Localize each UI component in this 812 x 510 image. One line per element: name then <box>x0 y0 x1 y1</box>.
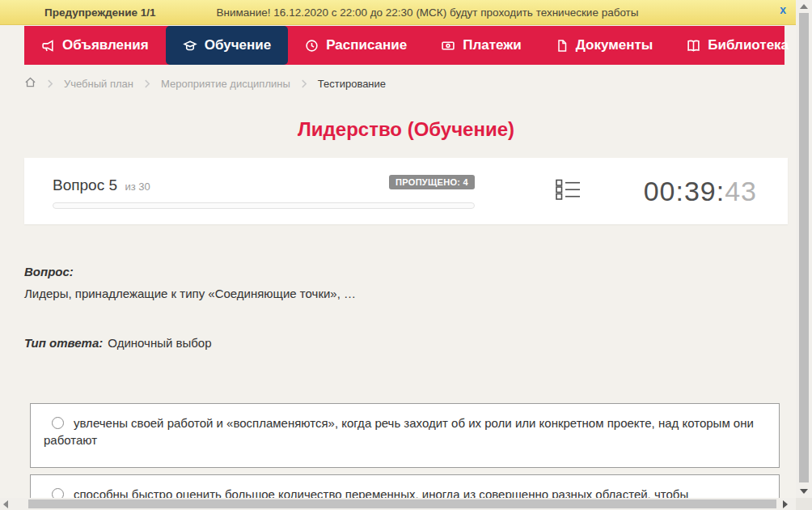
timer-seconds: 43 <box>725 176 757 206</box>
warning-banner: Предупреждение 1/1 Внимание! 16.12.2020 … <box>0 0 796 25</box>
scroll-left-icon[interactable] <box>3 500 8 508</box>
nav-item-label: Объявления <box>62 37 149 53</box>
scroll-up-icon[interactable] <box>800 4 808 9</box>
question-label: Вопрос: <box>24 265 788 278</box>
breadcrumb-separator-icon <box>47 79 53 88</box>
document-icon <box>556 39 569 53</box>
answer-option-1[interactable]: увлечены своей работой и «воспламеняются… <box>30 403 780 468</box>
banner-close-button[interactable]: x <box>780 3 786 16</box>
nav-item-label: Документы <box>576 37 653 53</box>
question-list-icon[interactable] <box>556 179 581 204</box>
question-number-label: Вопрос 5 <box>53 176 117 193</box>
main-nav: Объявления Обучение Расписание Платежи Д… <box>24 26 785 65</box>
scroll-down-icon[interactable] <box>800 489 808 494</box>
question-body: Вопрос: Лидеры, принадлежащие к типу «Со… <box>24 265 788 350</box>
horizontal-scrollbar[interactable] <box>0 498 796 510</box>
answer-type-label: Тип ответа: <box>24 336 103 350</box>
nav-item-documents[interactable]: Документы <box>539 26 670 65</box>
breadcrumb-separator-icon <box>144 79 150 88</box>
vertical-scrollbar-thumb[interactable] <box>799 13 809 482</box>
nav-item-payments[interactable]: Платежи <box>424 26 539 65</box>
home-icon[interactable] <box>24 76 36 91</box>
breadcrumb-item-curriculum[interactable]: Учебный план <box>64 78 133 90</box>
option-text: увлечены своей работой и «воспламеняются… <box>44 416 754 447</box>
nav-item-schedule[interactable]: Расписание <box>288 26 424 65</box>
page-title: Лидерство (Обучение) <box>0 118 812 141</box>
question-text: Лидеры, принадлежащие к типу «Соединяющи… <box>24 287 788 300</box>
book-icon <box>687 39 700 53</box>
answer-options: увлечены своей работой и «воспламеняются… <box>30 403 780 510</box>
timer-main: 00:39: <box>644 176 725 206</box>
breadcrumb: Учебный план Мероприятие дисциплины Тест… <box>24 76 788 91</box>
breadcrumb-separator-icon <box>301 79 307 88</box>
nav-item-label: Расписание <box>326 37 407 53</box>
nav-item-label: Библиотека <box>708 37 789 53</box>
scrollbar-corner <box>796 498 812 510</box>
nav-item-label: Платежи <box>463 37 522 53</box>
radio-button[interactable] <box>52 417 64 429</box>
timer: 00:39:43 <box>644 176 757 207</box>
nav-item-library[interactable]: Библиотека <box>670 26 812 65</box>
question-progress-bar <box>53 202 475 209</box>
scroll-right-icon[interactable] <box>783 500 788 508</box>
breadcrumb-item-testing: Тестирование <box>318 78 386 90</box>
answer-type-value: Одиночный выбор <box>108 336 211 350</box>
graduation-cap-icon <box>183 39 197 53</box>
nav-item-announcements[interactable]: Объявления <box>24 26 166 65</box>
warning-count-label: Предупреждение 1/1 <box>44 6 156 19</box>
question-total-label: из 30 <box>125 181 150 193</box>
megaphone-icon <box>41 39 55 53</box>
skipped-badge: ПРОПУЩЕНО: 4 <box>389 175 475 189</box>
nav-item-learning[interactable]: Обучение <box>166 26 288 65</box>
question-progress-block: Вопрос 5 из 30 ПРОПУЩЕНО: 4 <box>53 173 475 209</box>
banknote-icon <box>441 39 455 53</box>
horizontal-scrollbar-thumb[interactable] <box>28 499 776 508</box>
warning-message: Внимание! 16.12.2020 с 22:00 до 22:30 (М… <box>217 6 639 19</box>
question-header-card: Вопрос 5 из 30 ПРОПУЩЕНО: 4 00:39:43 <box>24 158 788 224</box>
nav-item-label: Обучение <box>205 37 271 53</box>
breadcrumb-item-discipline-event[interactable]: Мероприятие дисциплины <box>161 78 290 90</box>
answer-type-row: Тип ответа:Одиночный выбор <box>24 336 788 350</box>
clock-icon <box>305 39 319 53</box>
vertical-scrollbar[interactable] <box>796 0 812 498</box>
